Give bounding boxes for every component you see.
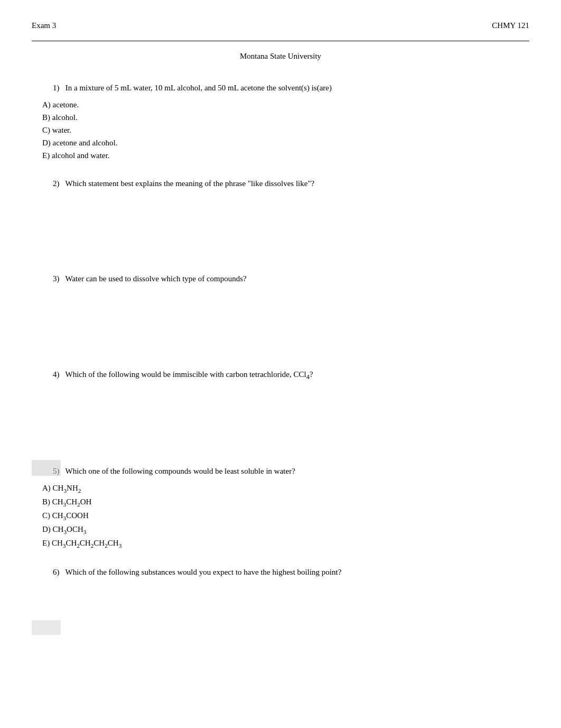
question-6-answer-space bbox=[32, 582, 529, 635]
header-divider bbox=[32, 41, 529, 41]
university-title: Montana State University bbox=[32, 52, 529, 61]
question-4-subscript: 4 bbox=[306, 373, 310, 381]
question-1-body: In a mixture of 5 mL water, 10 mL alcoho… bbox=[66, 84, 332, 92]
question-3-text: 3) Water can be used to dissolve which t… bbox=[53, 273, 529, 285]
question-1-choice-e: E) alcohol and water. bbox=[42, 149, 529, 162]
question-4-answer-space bbox=[32, 386, 529, 449]
question-6-text: 6) Which of the following substances wou… bbox=[53, 566, 529, 578]
question-3-answer-space bbox=[32, 289, 529, 353]
question-1-choice-b: B) alcohol. bbox=[42, 111, 529, 124]
question-4: 4) Which of the following would be immis… bbox=[32, 368, 529, 450]
question-1-number: 1) bbox=[53, 84, 63, 92]
question-3-number: 3) bbox=[53, 274, 63, 283]
question-6-body: Which of the following substances would … bbox=[65, 568, 341, 576]
question-5-body: Which one of the following compounds wou… bbox=[65, 467, 295, 475]
question-4-text: 4) Which of the following would be immis… bbox=[53, 368, 529, 382]
question-5-choice-e: E) CH3CH2CH2CH2CH3 bbox=[42, 537, 529, 550]
watermark-box-bottom bbox=[32, 620, 61, 635]
question-5: 5) Which one of the following compounds … bbox=[32, 465, 529, 550]
question-4-number: 4) bbox=[53, 370, 63, 379]
question-2-number: 2) bbox=[53, 179, 63, 188]
question-3: 3) Water can be used to dissolve which t… bbox=[32, 273, 529, 353]
question-1-choice-c: C) water. bbox=[42, 124, 529, 136]
question-1-choice-d: D) acetone and alcohol. bbox=[42, 136, 529, 149]
question-1-choice-a: A) acetone. bbox=[42, 98, 529, 111]
question-5-text: 5) Which one of the following compounds … bbox=[53, 465, 529, 477]
question-6-number: 6) bbox=[53, 568, 63, 576]
question-3-body: Water can be used to dissolve which type… bbox=[65, 274, 246, 283]
exam-label: Exam 3 bbox=[32, 21, 56, 30]
question-4-body: Which of the following would be immiscib… bbox=[65, 370, 313, 379]
question-1: 1) In a mixture of 5 mL water, 10 mL alc… bbox=[32, 82, 529, 162]
question-2-body: Which statement best explains the meanin… bbox=[65, 179, 314, 188]
question-2-text: 2) Which statement best explains the mea… bbox=[53, 178, 529, 190]
question-5-choice-a: A) CH3NH2 bbox=[42, 482, 529, 495]
question-2: 2) Which statement best explains the mea… bbox=[32, 178, 529, 257]
watermark-box-top bbox=[32, 460, 61, 476]
question-5-choice-b: B) CH3CH2OH bbox=[42, 495, 529, 509]
question-5-choice-c: C) CH3COOH bbox=[42, 509, 529, 523]
course-label: CHMY 121 bbox=[492, 21, 529, 30]
question-1-text: 1) In a mixture of 5 mL water, 10 mL alc… bbox=[53, 82, 529, 94]
question-5-choice-d: D) CH3OCH3 bbox=[42, 523, 529, 537]
question-6: 6) Which of the following substances wou… bbox=[32, 566, 529, 635]
question-2-answer-space bbox=[32, 193, 529, 257]
